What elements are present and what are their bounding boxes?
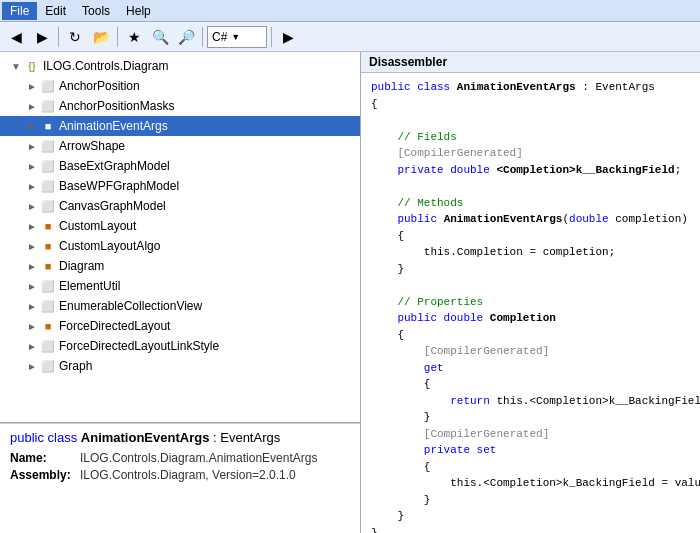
attr3: [CompilerGenerated]: [424, 428, 549, 440]
title-suffix: : EventArgs: [209, 430, 280, 445]
disasm-content[interactable]: public class AnimationEventArgs : EventA…: [361, 73, 700, 533]
menu-edit[interactable]: Edit: [37, 2, 74, 20]
class-icon: ⬜: [40, 278, 56, 294]
class-icon: ⬜: [40, 198, 56, 214]
expand-icon[interactable]: ►: [24, 81, 40, 92]
tree-item-elementutil[interactable]: ► ⬜ ElementUtil: [0, 276, 360, 296]
search-button[interactable]: 🔍: [148, 25, 172, 49]
tree-item-customlayoutalgo[interactable]: ► ■ CustomLayoutAlgo: [0, 236, 360, 256]
tree-item-anchorposition[interactable]: ► ⬜ AnchorPosition: [0, 76, 360, 96]
code-ctor-decl: public AnimationEventArgs(double complet…: [371, 211, 700, 228]
menu-file[interactable]: File: [2, 2, 37, 20]
tree-item-basewpfgraphmodel[interactable]: ► ⬜ BaseWPFGraphModel: [0, 176, 360, 196]
separator-3: [202, 27, 203, 47]
item-label: BaseWPFGraphModel: [59, 179, 179, 193]
struct-icon: ⬜: [40, 98, 56, 114]
prop-name: Completion: [490, 312, 556, 324]
tree-item-customlayout[interactable]: ► ■ CustomLayout: [0, 216, 360, 236]
expand-icon[interactable]: ►: [24, 281, 40, 292]
run-button[interactable]: ▶: [276, 25, 300, 49]
item-label: CustomLayout: [59, 219, 136, 233]
expand-icon[interactable]: ►: [24, 181, 40, 192]
kw-public: public class: [371, 81, 457, 93]
expand-icon[interactable]: ►: [24, 141, 40, 152]
tree-item-animationeventargs[interactable]: ► ■ AnimationEventArgs: [0, 116, 360, 136]
code-brace-open4: {: [371, 376, 700, 393]
item-label: ElementUtil: [59, 279, 120, 293]
code-blank1: [371, 112, 700, 129]
tree-item-graph[interactable]: ► ⬜ Graph: [0, 356, 360, 376]
namespace-root[interactable]: ▼ {} ILOG.Controls.Diagram: [0, 56, 360, 76]
star-button[interactable]: ★: [122, 25, 146, 49]
kw-public2: public: [397, 213, 443, 225]
expand-icon[interactable]: ►: [24, 101, 40, 112]
kw-private-set: private set: [424, 444, 497, 456]
item-label: ArrowShape: [59, 139, 125, 153]
kw-private: private double: [397, 164, 496, 176]
tree-item-enumerablecollectionview[interactable]: ► ⬜ EnumerableCollectionView: [0, 296, 360, 316]
expand-icon[interactable]: ►: [24, 261, 40, 272]
tree-item-arrowshape[interactable]: ► ⬜ ArrowShape: [0, 136, 360, 156]
language-dropdown[interactable]: C# ▼: [207, 26, 267, 48]
left-panel: ▼ {} ILOG.Controls.Diagram ► ⬜ AnchorPos…: [0, 52, 361, 533]
expand-icon[interactable]: ▼: [8, 61, 24, 72]
item-label: CustomLayoutAlgo: [59, 239, 160, 253]
separator-4: [271, 27, 272, 47]
item-label: CanvasGraphModel: [59, 199, 166, 213]
class-title: public class AnimationEventArgs : EventA…: [10, 430, 350, 445]
expand-icon[interactable]: ►: [24, 341, 40, 352]
refresh-button[interactable]: ↻: [63, 25, 87, 49]
class-special-icon: ■: [40, 258, 56, 274]
code-brace-close1: }: [371, 525, 700, 534]
item-label: AnchorPosition: [59, 79, 140, 93]
kw-public3: public double: [397, 312, 489, 324]
name-label: Name:: [10, 451, 80, 465]
filter-button[interactable]: 🔎: [174, 25, 198, 49]
expand-icon[interactable]: ►: [24, 321, 40, 332]
code-brace-open1: {: [371, 96, 700, 113]
right-panel: Disassembler public class AnimationEvent…: [361, 52, 700, 533]
code-blank3: [371, 277, 700, 294]
expand-icon[interactable]: ►: [24, 201, 40, 212]
back-button[interactable]: ◀: [4, 25, 28, 49]
tree-area[interactable]: ▼ {} ILOG.Controls.Diagram ► ⬜ AnchorPos…: [0, 52, 360, 423]
code-brace-close3: }: [371, 508, 700, 525]
expand-icon[interactable]: ►: [24, 121, 40, 132]
toolbar: ◀ ▶ ↻ 📂 ★ 🔍 🔎 C# ▼ ▶: [0, 22, 700, 52]
code-field-decl: private double <Completion>k__BackingFie…: [371, 162, 700, 179]
tree-item-diagram[interactable]: ► ■ Diagram: [0, 256, 360, 276]
expand-icon[interactable]: ►: [24, 161, 40, 172]
assembly-row: Assembly: ILOG.Controls.Diagram, Version…: [10, 468, 350, 482]
class-icon: ⬜: [40, 358, 56, 374]
namespace-icon: {}: [24, 58, 40, 74]
class-extends: : EventArgs: [576, 81, 655, 93]
tree-item-anchorpositionmasks[interactable]: ► ⬜ AnchorPositionMasks: [0, 96, 360, 116]
class-icon: ⬜: [40, 298, 56, 314]
code-comment-props: // Properties: [371, 294, 700, 311]
expand-icon[interactable]: ►: [24, 241, 40, 252]
title-keyword: public class: [10, 430, 81, 445]
tree-container: ▼ {} ILOG.Controls.Diagram ► ⬜ AnchorPos…: [0, 52, 360, 380]
forward-button[interactable]: ▶: [30, 25, 54, 49]
item-label: ForceDirectedLayoutLinkStyle: [59, 339, 219, 353]
class-special-icon: ■: [40, 238, 56, 254]
code-blank2: [371, 178, 700, 195]
dropdown-arrow-icon: ▼: [231, 32, 240, 42]
open-button[interactable]: 📂: [89, 25, 113, 49]
tree-item-forcedirectedlayout[interactable]: ► ■ ForceDirectedLayout: [0, 316, 360, 336]
code-set-body: this.<Completion>k_BackingField = value;: [371, 475, 700, 492]
menu-tools[interactable]: Tools: [74, 2, 118, 20]
tree-item-canvasgraphmodel[interactable]: ► ⬜ CanvasGraphModel: [0, 196, 360, 216]
expand-icon[interactable]: ►: [24, 301, 40, 312]
code-get: get: [371, 360, 700, 377]
struct-icon: ⬜: [40, 78, 56, 94]
item-label: Graph: [59, 359, 92, 373]
expand-icon[interactable]: ►: [24, 361, 40, 372]
main-content: ▼ {} ILOG.Controls.Diagram ► ⬜ AnchorPos…: [0, 52, 700, 533]
class-name: AnimationEventArgs: [457, 81, 576, 93]
tree-item-forcedirectedlayoutlinkstyle[interactable]: ► ⬜ ForceDirectedLayoutLinkStyle: [0, 336, 360, 356]
language-value: C#: [212, 30, 227, 44]
expand-icon[interactable]: ►: [24, 221, 40, 232]
menu-help[interactable]: Help: [118, 2, 159, 20]
tree-item-baseextgraphmodel[interactable]: ► ⬜ BaseExtGraphModel: [0, 156, 360, 176]
